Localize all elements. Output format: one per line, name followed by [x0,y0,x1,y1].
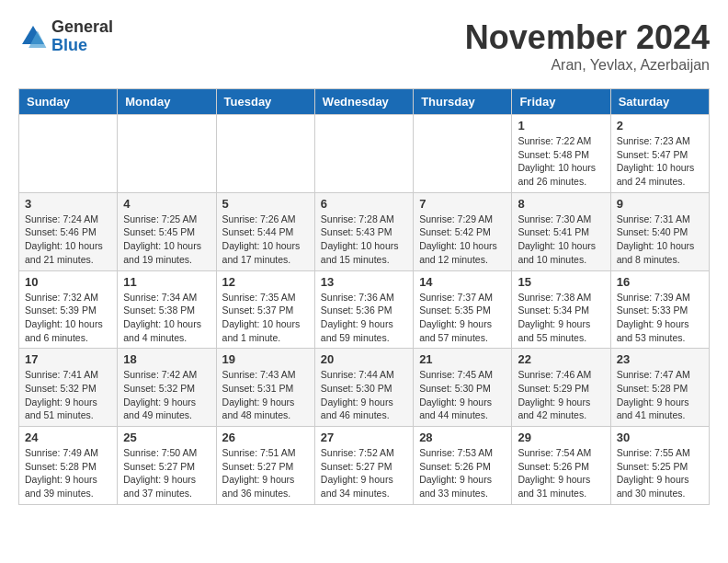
calendar-week-row: 17Sunrise: 7:41 AM Sunset: 5:32 PM Dayli… [19,349,710,427]
calendar-day-21: 21Sunrise: 7:45 AM Sunset: 5:30 PM Dayli… [414,349,512,427]
day-info: Sunrise: 7:49 AM Sunset: 5:28 PM Dayligh… [25,446,111,500]
day-info: Sunrise: 7:28 AM Sunset: 5:43 PM Dayligh… [321,213,407,267]
day-number: 4 [123,197,210,211]
day-number: 17 [25,352,111,366]
calendar-empty-cell [118,115,216,193]
day-info: Sunrise: 7:32 AM Sunset: 5:39 PM Dayligh… [25,291,111,345]
day-info: Sunrise: 7:22 AM Sunset: 5:48 PM Dayligh… [518,134,604,189]
day-number: 2 [617,119,703,132]
day-number: 10 [25,275,111,289]
day-number: 29 [518,431,604,444]
day-number: 3 [25,197,111,211]
day-info: Sunrise: 7:30 AM Sunset: 5:41 PM Dayligh… [518,213,604,267]
day-number: 23 [617,352,703,366]
calendar-header-row: SundayMondayTuesdayWednesdayThursdayFrid… [19,89,710,115]
day-number: 9 [617,197,703,211]
day-number: 16 [617,275,703,289]
weekday-header-saturday: Saturday [610,89,709,115]
calendar-day-10: 10Sunrise: 7:32 AM Sunset: 5:39 PM Dayli… [19,270,118,349]
calendar-day-2: 2Sunrise: 7:23 AM Sunset: 5:47 PM Daylig… [610,115,709,193]
calendar-week-row: 24Sunrise: 7:49 AM Sunset: 5:28 PM Dayli… [19,427,710,505]
calendar-day-25: 25Sunrise: 7:50 AM Sunset: 5:27 PM Dayli… [118,427,216,505]
weekday-header-thursday: Thursday [414,89,512,115]
calendar-table: SundayMondayTuesdayWednesdayThursdayFrid… [18,88,710,505]
weekday-header-sunday: Sunday [19,89,118,115]
day-number: 18 [123,352,210,366]
logo-text: General Blue [51,18,113,55]
day-number: 12 [222,275,309,289]
weekday-header-wednesday: Wednesday [314,89,413,115]
logo[interactable]: General Blue [18,18,113,55]
calendar-empty-cell [314,115,413,193]
calendar-day-6: 6Sunrise: 7:28 AM Sunset: 5:43 PM Daylig… [314,192,413,270]
calendar-day-29: 29Sunrise: 7:54 AM Sunset: 5:26 PM Dayli… [512,427,610,505]
calendar-day-12: 12Sunrise: 7:35 AM Sunset: 5:37 PM Dayli… [216,270,314,349]
calendar-empty-cell [19,115,118,193]
day-number: 13 [321,275,407,289]
day-number: 30 [617,431,703,444]
day-number: 8 [518,197,604,211]
day-info: Sunrise: 7:45 AM Sunset: 5:30 PM Dayligh… [419,368,506,422]
calendar-day-28: 28Sunrise: 7:53 AM Sunset: 5:26 PM Dayli… [414,427,512,505]
calendar-day-22: 22Sunrise: 7:46 AM Sunset: 5:29 PM Dayli… [512,349,610,427]
day-info: Sunrise: 7:29 AM Sunset: 5:42 PM Dayligh… [419,213,506,267]
day-info: Sunrise: 7:55 AM Sunset: 5:25 PM Dayligh… [617,446,703,500]
day-info: Sunrise: 7:25 AM Sunset: 5:45 PM Dayligh… [123,213,210,267]
calendar-week-row: 1Sunrise: 7:22 AM Sunset: 5:48 PM Daylig… [19,115,710,193]
day-number: 14 [419,275,506,289]
day-number: 11 [123,275,210,289]
page-header: General Blue November 2024 Aran, Yevlax,… [18,18,710,74]
calendar-day-1: 1Sunrise: 7:22 AM Sunset: 5:48 PM Daylig… [512,115,610,193]
day-info: Sunrise: 7:50 AM Sunset: 5:27 PM Dayligh… [123,446,210,500]
day-number: 6 [321,197,407,211]
day-info: Sunrise: 7:46 AM Sunset: 5:29 PM Dayligh… [518,368,604,422]
logo-icon [18,22,48,52]
calendar-week-row: 10Sunrise: 7:32 AM Sunset: 5:39 PM Dayli… [19,270,710,349]
logo-general-text: General [51,18,113,37]
day-number: 15 [518,275,604,289]
calendar-day-15: 15Sunrise: 7:38 AM Sunset: 5:34 PM Dayli… [512,270,610,349]
day-number: 20 [321,352,407,366]
calendar-day-18: 18Sunrise: 7:42 AM Sunset: 5:32 PM Dayli… [118,349,216,427]
calendar-day-4: 4Sunrise: 7:25 AM Sunset: 5:45 PM Daylig… [118,192,216,270]
title-block: November 2024 Aran, Yevlax, Azerbaijan [465,18,710,74]
day-info: Sunrise: 7:23 AM Sunset: 5:47 PM Dayligh… [617,134,703,189]
calendar-day-5: 5Sunrise: 7:26 AM Sunset: 5:44 PM Daylig… [216,192,314,270]
calendar-day-19: 19Sunrise: 7:43 AM Sunset: 5:31 PM Dayli… [216,349,314,427]
location-text: Aran, Yevlax, Azerbaijan [465,57,710,74]
day-info: Sunrise: 7:37 AM Sunset: 5:35 PM Dayligh… [419,291,506,345]
calendar-day-30: 30Sunrise: 7:55 AM Sunset: 5:25 PM Dayli… [610,427,709,505]
weekday-header-monday: Monday [118,89,216,115]
day-info: Sunrise: 7:54 AM Sunset: 5:26 PM Dayligh… [518,446,604,500]
day-info: Sunrise: 7:36 AM Sunset: 5:36 PM Dayligh… [321,291,407,345]
day-number: 22 [518,352,604,366]
calendar-week-row: 3Sunrise: 7:24 AM Sunset: 5:46 PM Daylig… [19,192,710,270]
day-info: Sunrise: 7:43 AM Sunset: 5:31 PM Dayligh… [222,368,309,422]
calendar-day-27: 27Sunrise: 7:52 AM Sunset: 5:27 PM Dayli… [314,427,413,505]
calendar-day-20: 20Sunrise: 7:44 AM Sunset: 5:30 PM Dayli… [314,349,413,427]
calendar-empty-cell [414,115,512,193]
day-number: 26 [222,431,309,444]
weekday-header-tuesday: Tuesday [216,89,314,115]
logo-blue-text: Blue [51,37,113,55]
day-info: Sunrise: 7:41 AM Sunset: 5:32 PM Dayligh… [25,368,111,422]
weekday-header-friday: Friday [512,89,610,115]
calendar-empty-cell [216,115,314,193]
day-number: 5 [222,197,309,211]
calendar-day-13: 13Sunrise: 7:36 AM Sunset: 5:36 PM Dayli… [314,270,413,349]
month-title: November 2024 [465,18,710,57]
calendar-day-24: 24Sunrise: 7:49 AM Sunset: 5:28 PM Dayli… [19,427,118,505]
day-info: Sunrise: 7:44 AM Sunset: 5:30 PM Dayligh… [321,368,407,422]
calendar-day-3: 3Sunrise: 7:24 AM Sunset: 5:46 PM Daylig… [19,192,118,270]
day-number: 7 [419,197,506,211]
day-number: 1 [518,119,604,132]
day-number: 24 [25,431,111,444]
day-info: Sunrise: 7:24 AM Sunset: 5:46 PM Dayligh… [25,213,111,267]
calendar-day-17: 17Sunrise: 7:41 AM Sunset: 5:32 PM Dayli… [19,349,118,427]
day-info: Sunrise: 7:34 AM Sunset: 5:38 PM Dayligh… [123,291,210,345]
calendar-day-11: 11Sunrise: 7:34 AM Sunset: 5:38 PM Dayli… [118,270,216,349]
day-info: Sunrise: 7:31 AM Sunset: 5:40 PM Dayligh… [617,213,703,267]
day-number: 25 [123,431,210,444]
calendar-day-23: 23Sunrise: 7:47 AM Sunset: 5:28 PM Dayli… [610,349,709,427]
day-info: Sunrise: 7:53 AM Sunset: 5:26 PM Dayligh… [419,446,506,500]
